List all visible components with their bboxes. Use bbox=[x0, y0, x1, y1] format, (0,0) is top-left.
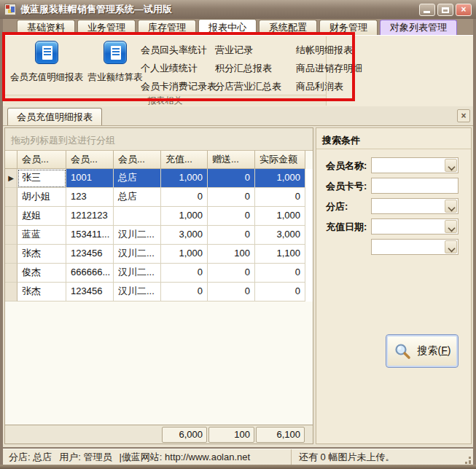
column-header-gift[interactable]: 赠送... bbox=[208, 151, 255, 169]
column-header-member-card[interactable]: 会员... bbox=[66, 151, 114, 169]
tab-finance[interactable]: 财务管理 bbox=[319, 20, 378, 35]
cell[interactable]: 0 bbox=[255, 283, 305, 302]
table-row[interactable]: 张杰 123456 汉川二... 1,000 100 1,100 bbox=[5, 245, 313, 264]
recharge-date-end-combobox[interactable] bbox=[371, 239, 459, 255]
field-recharge-date-end bbox=[316, 239, 471, 255]
member-name-combobox[interactable] bbox=[371, 157, 459, 173]
cell[interactable]: 蓝蓝 bbox=[17, 226, 66, 245]
doc-tab-close-button[interactable]: × bbox=[457, 109, 470, 122]
cell[interactable]: 1,100 bbox=[255, 245, 305, 264]
cell[interactable]: 0 bbox=[208, 169, 255, 188]
link-checkout-detail[interactable]: 结帐明细报表 bbox=[296, 41, 362, 59]
table-row[interactable]: 俊杰 666666... 汉川二... 0 0 0 bbox=[5, 264, 313, 283]
cell[interactable]: 0 bbox=[208, 207, 255, 226]
total-recharge: 6,000 bbox=[162, 427, 207, 443]
field-branch: 分店: bbox=[316, 198, 471, 214]
cell[interactable]: 1,000 bbox=[161, 169, 208, 188]
cell[interactable]: 1001 bbox=[66, 169, 114, 188]
group-by-bar[interactable]: 拖动列标题到这进行分组 bbox=[5, 128, 313, 151]
table-row[interactable]: 胡小姐 123 总店 0 0 0 bbox=[5, 188, 313, 207]
cell[interactable]: 0 bbox=[208, 226, 255, 245]
cell[interactable]: 1,000 bbox=[161, 245, 208, 264]
cell[interactable]: 1,000 bbox=[161, 207, 208, 226]
cell[interactable]: 张杰 bbox=[17, 245, 66, 264]
search-button[interactable]: 搜索(F) bbox=[386, 334, 459, 368]
cell[interactable]: 张三 bbox=[17, 169, 66, 188]
cell[interactable]: 100 bbox=[208, 245, 255, 264]
cell[interactable]: 3,000 bbox=[161, 226, 208, 245]
member-name-label: 会员名称: bbox=[326, 159, 367, 173]
cell[interactable]: 0 bbox=[161, 264, 208, 283]
tab-business[interactable]: 业务管理 bbox=[77, 20, 136, 35]
cell[interactable]: 3,000 bbox=[255, 226, 305, 245]
cell[interactable]: 0 bbox=[208, 283, 255, 302]
cell[interactable]: 1,000 bbox=[255, 169, 305, 188]
column-header-recharge[interactable]: 充值... bbox=[161, 151, 208, 169]
chevron-down-icon[interactable] bbox=[445, 200, 457, 213]
doc-tab-member-recharge-report[interactable]: 会员充值明细报表 bbox=[7, 108, 102, 125]
cell[interactable]: 0 bbox=[161, 188, 208, 207]
resize-grip-icon[interactable] bbox=[469, 460, 471, 462]
cell[interactable]: 汉川二... bbox=[114, 283, 161, 302]
turnover-settlement-button[interactable]: 营业额结算表 bbox=[87, 41, 143, 84]
status-left: 分店: 总店 用户: 管理员 |傲蓝网站: http://www.aolan.n… bbox=[3, 449, 291, 465]
report-document-icon bbox=[104, 41, 127, 64]
tab-system-config[interactable]: 系统配置 bbox=[259, 20, 317, 35]
chevron-down-icon[interactable] bbox=[445, 240, 457, 253]
minimize-button[interactable] bbox=[419, 4, 435, 16]
tab-inventory[interactable]: 库存管理 bbox=[138, 20, 196, 35]
link-product-inventory-detail[interactable]: 商品进销存明细 bbox=[296, 59, 362, 77]
column-header-member-branch[interactable]: 会员... bbox=[114, 151, 161, 169]
cell[interactable] bbox=[114, 207, 161, 226]
link-personal-performance[interactable]: 个人业绩统计 bbox=[141, 59, 216, 77]
cell[interactable]: 666666... bbox=[66, 264, 114, 283]
cell[interactable]: 123 bbox=[66, 188, 114, 207]
link-points-summary[interactable]: 积分汇总报表 bbox=[215, 59, 281, 77]
cell[interactable]: 汉川二... bbox=[114, 226, 161, 245]
cell[interactable]: 赵姐 bbox=[17, 207, 66, 226]
cell[interactable]: 总店 bbox=[114, 169, 161, 188]
cell[interactable]: 0 bbox=[255, 264, 305, 283]
link-member-card-consumption[interactable]: 会员卡消费记录表 bbox=[141, 77, 216, 95]
cell[interactable]: 153411... bbox=[66, 226, 114, 245]
column-header-member-name[interactable]: 会员... bbox=[17, 151, 66, 169]
cell[interactable]: 0 bbox=[208, 264, 255, 283]
cell[interactable]: 胡小姐 bbox=[17, 188, 66, 207]
link-product-profit[interactable]: 商品利润表 bbox=[296, 77, 362, 95]
member-card-input[interactable] bbox=[372, 178, 458, 193]
tab-object-list[interactable]: 对象列表管理 bbox=[380, 20, 457, 35]
recharge-date-start-combobox[interactable] bbox=[371, 218, 459, 234]
maximize-button[interactable] bbox=[437, 4, 453, 16]
table-row[interactable]: 蓝蓝 153411... 汉川二... 3,000 0 3,000 bbox=[5, 226, 313, 245]
close-icon: × bbox=[456, 4, 471, 15]
column-header-actual-amount[interactable]: 实际金额 bbox=[255, 151, 305, 169]
grid-empty-area bbox=[5, 302, 313, 425]
cell[interactable]: 0 bbox=[208, 188, 255, 207]
cell[interactable]: 汉川二... bbox=[114, 245, 161, 264]
cell[interactable]: 俊杰 bbox=[17, 264, 66, 283]
close-button[interactable]: × bbox=[456, 4, 472, 16]
member-recharge-report-button[interactable]: 会员充值明细报表 bbox=[6, 41, 87, 84]
cell[interactable]: 汉川二... bbox=[114, 264, 161, 283]
link-branch-business-summary[interactable]: 分店营业汇总表 bbox=[215, 77, 281, 95]
link-member-return-rate[interactable]: 会员回头率统计 bbox=[141, 41, 216, 59]
table-row[interactable]: ▶ 张三 1001 总店 1,000 0 1,000 bbox=[5, 169, 313, 188]
cell[interactable]: 123456 bbox=[66, 283, 114, 302]
cell[interactable]: 1,000 bbox=[255, 207, 305, 226]
status-website: |傲蓝网站: http://www.aolan.net bbox=[119, 451, 250, 464]
cell[interactable]: 123456 bbox=[66, 245, 114, 264]
minimize-icon bbox=[424, 11, 430, 13]
cell[interactable]: 0 bbox=[255, 188, 305, 207]
chevron-down-icon[interactable] bbox=[445, 159, 457, 172]
tab-basic-data[interactable]: 基础资料 bbox=[17, 20, 75, 35]
chevron-down-icon[interactable] bbox=[445, 220, 457, 233]
link-business-records[interactable]: 营业记录 bbox=[215, 41, 281, 59]
branch-combobox[interactable] bbox=[371, 198, 459, 214]
cell[interactable]: 张杰 bbox=[17, 283, 66, 302]
cell[interactable]: 0 bbox=[161, 283, 208, 302]
cell[interactable]: 1212123 bbox=[66, 207, 114, 226]
table-row[interactable]: 赵姐 1212123 1,000 0 1,000 bbox=[5, 207, 313, 226]
table-row[interactable]: 张杰 123456 汉川二... 0 0 0 bbox=[5, 283, 313, 302]
cell[interactable]: 总店 bbox=[114, 188, 161, 207]
tab-report-center[interactable]: 报表中心 bbox=[198, 19, 257, 35]
